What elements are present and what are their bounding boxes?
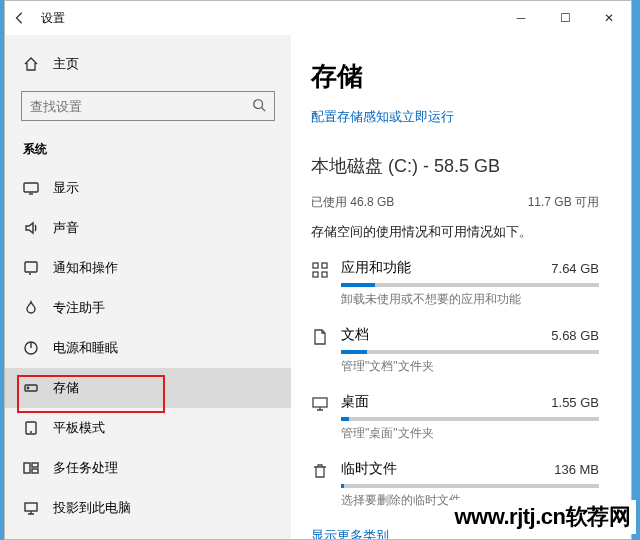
home-icon (23, 56, 39, 72)
sidebar-item-focus[interactable]: 专注助手 (5, 288, 291, 328)
sidebar-item-multitask[interactable]: 多任务处理 (5, 448, 291, 488)
category-size: 7.64 GB (551, 261, 599, 276)
storage-sense-link[interactable]: 配置存储感知或立即运行 (311, 108, 599, 126)
sidebar-item-label: 平板模式 (53, 419, 105, 437)
disk-used-label: 已使用 46.8 GB (311, 194, 394, 211)
svg-rect-1 (24, 183, 38, 192)
search-icon (252, 98, 266, 115)
window-title: 设置 (41, 10, 65, 27)
svg-rect-8 (32, 463, 38, 467)
sidebar-item-storage[interactable]: 存储 (5, 368, 291, 408)
maximize-button[interactable]: ☐ (543, 1, 587, 35)
svg-rect-15 (313, 398, 327, 407)
category-desc: 管理"文档"文件夹 (341, 358, 599, 375)
search-box[interactable] (21, 91, 275, 121)
category-size: 1.55 GB (551, 395, 599, 410)
sidebar-item-tablet[interactable]: 平板模式 (5, 408, 291, 448)
apps-icon (311, 261, 329, 279)
svg-rect-2 (25, 262, 37, 272)
sidebar-section-header: 系统 (5, 135, 291, 168)
storage-icon (23, 380, 39, 396)
tablet-icon (23, 420, 39, 436)
category-size: 5.68 GB (551, 328, 599, 343)
svg-rect-10 (25, 503, 37, 511)
svg-rect-14 (322, 272, 327, 277)
category-size: 136 MB (554, 462, 599, 477)
settings-window: 设置 ─ ☐ ✕ 主页 系统 显示 (4, 0, 632, 540)
watermark: www.rjtj.cn软荐网 (448, 500, 636, 534)
category-name: 文档 (341, 326, 369, 344)
sidebar-item-label: 电源和睡眠 (53, 339, 118, 357)
sidebar-item-label: 显示 (53, 179, 79, 197)
notifications-icon (23, 260, 39, 276)
desktop-icon (311, 395, 329, 413)
storage-note: 存储空间的使用情况和可用情况如下。 (311, 223, 599, 241)
focus-icon (23, 300, 39, 316)
svg-rect-7 (24, 463, 30, 473)
content-pane: 存储 配置存储感知或立即运行 本地磁盘 (C:) - 58.5 GB 已使用 4… (291, 35, 631, 539)
display-icon (23, 180, 39, 196)
category-desc: 管理"桌面"文件夹 (341, 425, 599, 442)
close-button[interactable]: ✕ (587, 1, 631, 35)
sidebar-item-power[interactable]: 电源和睡眠 (5, 328, 291, 368)
svg-point-5 (27, 387, 28, 388)
sidebar-item-label: 专注助手 (53, 299, 105, 317)
category-name: 临时文件 (341, 460, 397, 478)
sidebar-item-project[interactable]: 投影到此电脑 (5, 488, 291, 528)
category-name: 桌面 (341, 393, 369, 411)
back-icon[interactable] (13, 11, 27, 25)
category-documents[interactable]: 文档5.68 GB 管理"文档"文件夹 (311, 318, 599, 385)
svg-rect-12 (322, 263, 327, 268)
svg-rect-11 (313, 263, 318, 268)
trash-icon (311, 462, 329, 480)
titlebar: 设置 ─ ☐ ✕ (5, 1, 631, 35)
sidebar-item-label: 声音 (53, 219, 79, 237)
project-icon (23, 500, 39, 516)
svg-rect-13 (313, 272, 318, 277)
sidebar-item-label: 投影到此电脑 (53, 499, 131, 517)
category-desktop[interactable]: 桌面1.55 GB 管理"桌面"文件夹 (311, 385, 599, 452)
sidebar-item-label: 存储 (53, 379, 79, 397)
sidebar-item-notifications[interactable]: 通知和操作 (5, 248, 291, 288)
search-input[interactable] (30, 99, 252, 114)
svg-point-0 (254, 99, 263, 108)
multitask-icon (23, 460, 39, 476)
sound-icon (23, 220, 39, 236)
sidebar-home[interactable]: 主页 (5, 47, 291, 81)
category-apps[interactable]: 应用和功能7.64 GB 卸载未使用或不想要的应用和功能 (311, 251, 599, 318)
power-icon (23, 340, 39, 356)
sidebar-item-label: 通知和操作 (53, 259, 118, 277)
minimize-button[interactable]: ─ (499, 1, 543, 35)
sidebar-item-display[interactable]: 显示 (5, 168, 291, 208)
page-title: 存储 (311, 59, 599, 94)
disk-title: 本地磁盘 (C:) - 58.5 GB (311, 154, 599, 178)
category-name: 应用和功能 (341, 259, 411, 277)
sidebar-item-sound[interactable]: 声音 (5, 208, 291, 248)
sidebar-home-label: 主页 (53, 55, 79, 73)
disk-free-label: 11.7 GB 可用 (528, 194, 599, 211)
sidebar-item-label: 多任务处理 (53, 459, 118, 477)
svg-rect-9 (32, 469, 38, 473)
documents-icon (311, 328, 329, 346)
category-desc: 卸载未使用或不想要的应用和功能 (341, 291, 599, 308)
sidebar: 主页 系统 显示 声音 通知和操作 (5, 35, 291, 539)
